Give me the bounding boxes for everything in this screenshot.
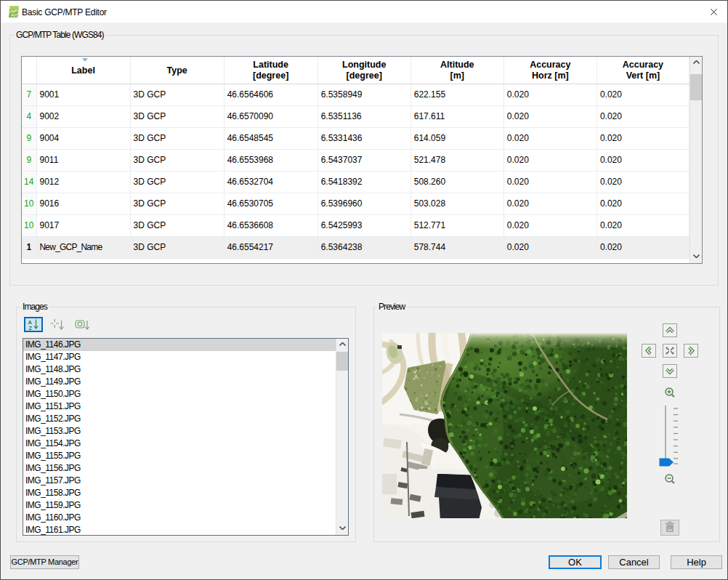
svg-text:AVC: AVC — [11, 13, 19, 17]
svg-text:Z: Z — [29, 325, 33, 331]
